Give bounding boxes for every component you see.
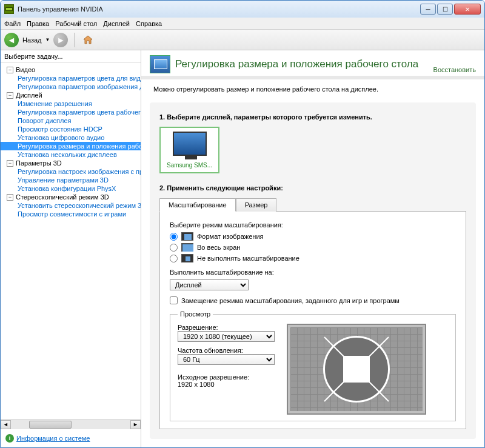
tree-item[interactable]: Поворот дисплея: [1, 116, 141, 125]
fullscreen-icon: [181, 243, 193, 252]
restore-link[interactable]: Восстановить: [433, 66, 476, 73]
tree-item[interactable]: Установка нескольких дисплеев: [1, 150, 141, 159]
noscale-icon: [181, 254, 193, 262]
tab-size[interactable]: Размер: [236, 198, 277, 212]
preview-legend: Просмотр: [178, 310, 213, 318]
back-button[interactable]: ◄: [4, 33, 19, 47]
collapse-icon[interactable]: −: [7, 67, 13, 73]
tree-item[interactable]: Установить стереоскопический режим 3D: [1, 201, 141, 210]
task-tree: −ВидеоРегулировка параметров цвета для в…: [1, 63, 141, 419]
menu-file[interactable]: Файл: [4, 20, 21, 27]
native-res-label: Исходное разрешение:: [178, 373, 275, 381]
monitor-icon: [173, 132, 207, 156]
menu-edit[interactable]: Правка: [27, 20, 49, 27]
scaling-mode-label: Выберите режим масштабирования:: [170, 221, 456, 229]
minimize-button[interactable]: ─: [420, 4, 436, 15]
menu-desktop[interactable]: Рабочий стол: [55, 20, 97, 27]
tree-item[interactable]: Регулировка настроек изображения с просм…: [1, 167, 141, 176]
radio-noscale-input[interactable]: [170, 255, 178, 262]
close-button[interactable]: ✕: [454, 4, 481, 15]
aspect-icon: [181, 232, 193, 241]
tree-item[interactable]: Регулировка параметров изображения для: [1, 82, 141, 91]
tree-group[interactable]: −Видео: [1, 65, 141, 74]
tree-item[interactable]: Регулировка размера и положения рабочего: [1, 142, 141, 150]
native-res-value: 1920 x 1080: [178, 381, 275, 388]
tree-item[interactable]: Управление параметрами 3D: [1, 176, 141, 184]
scroll-right-button[interactable]: ►: [130, 420, 141, 429]
tree-group[interactable]: −Стереоскопический режим 3D: [1, 193, 141, 201]
intro-text: Можно отрегулировать размер и положение …: [141, 79, 484, 99]
radio-aspect-label: Формат изображения: [197, 233, 264, 240]
tree-item[interactable]: Просмотр совместимости с играми: [1, 210, 141, 218]
home-button[interactable]: [81, 33, 95, 47]
sidebar: Выберите задачу... −ВидеоРегулировка пар…: [1, 50, 141, 447]
resolution-label: Разрешение:: [178, 324, 275, 331]
tab-scaling[interactable]: Масштабирование: [159, 198, 236, 212]
radio-aspect-input[interactable]: [170, 233, 178, 241]
collapse-icon[interactable]: −: [7, 160, 13, 167]
radio-fullscreen-label: Во весь экран: [197, 244, 240, 251]
titlebar: Панель управления NVIDIA ─ ☐ ✕: [1, 1, 484, 18]
preview-image: [287, 324, 426, 415]
window-title: Панель управления NVIDIA: [18, 5, 420, 13]
collapse-icon[interactable]: −: [7, 194, 13, 201]
scroll-thumb[interactable]: [29, 421, 72, 429]
maximize-button[interactable]: ☐: [437, 4, 453, 15]
radio-aspect[interactable]: Формат изображения: [170, 232, 456, 241]
page-title: Регулировка размера и положения рабочего…: [175, 58, 429, 70]
radio-fullscreen-input[interactable]: [170, 244, 178, 252]
back-label[interactable]: Назад: [22, 36, 42, 44]
description-label: Описание.: [141, 443, 484, 447]
refresh-select[interactable]: 60 Гц: [178, 354, 275, 365]
main-content: Регулировка размера и положения рабочего…: [141, 50, 484, 447]
menu-display[interactable]: Дисплей: [103, 20, 130, 27]
monitor-label: Samsung SMS...: [167, 162, 212, 169]
override-label: Замещение режима масштабирования, заданн…: [181, 297, 400, 304]
tree-group[interactable]: −Параметры 3D: [1, 159, 141, 167]
tree-item[interactable]: Установка цифрового аудио: [1, 133, 141, 142]
tree-item[interactable]: Установка конфигурации PhysX: [1, 184, 141, 193]
display-selector[interactable]: Samsung SMS...: [159, 127, 219, 173]
radio-noscale-label: Не выполнять масштабирование: [197, 255, 299, 262]
perform-on-label: Выполнить масштабирование на:: [170, 269, 456, 276]
collapse-icon[interactable]: −: [7, 92, 13, 99]
perform-on-select[interactable]: Дисплей: [170, 279, 249, 290]
page-icon: [150, 55, 170, 73]
step2-header: 2. Применить следующие настройки:: [159, 184, 466, 192]
tree-group-label: Параметры 3D: [16, 159, 62, 167]
refresh-label: Частота обновления:: [178, 347, 275, 354]
resolution-select[interactable]: 1920 х 1080 (текущее): [178, 331, 275, 342]
menu-help[interactable]: Справка: [136, 20, 162, 27]
preview-group: Просмотр Разрешение: 1920 х 1080 (текуще…: [170, 310, 456, 421]
system-info-link[interactable]: Информация о системе: [16, 435, 90, 442]
step1-header: 1. Выберите дисплей, параметры которого …: [159, 113, 466, 121]
tree-item[interactable]: Просмотр состояния HDCP: [1, 125, 141, 133]
tree-group-label: Видео: [16, 66, 35, 73]
toolbar: ◄ Назад ▼ ►: [1, 30, 484, 50]
forward-button[interactable]: ►: [53, 33, 68, 47]
back-dropdown-icon[interactable]: ▼: [45, 37, 50, 42]
sidebar-header: Выберите задачу...: [1, 50, 141, 63]
tree-item[interactable]: Изменение разрешения: [1, 99, 141, 108]
app-icon: [4, 4, 14, 14]
override-checkbox-row[interactable]: Замещение режима масштабирования, заданн…: [170, 296, 456, 304]
override-checkbox[interactable]: [170, 296, 178, 304]
tree-group-label: Дисплей: [16, 92, 42, 99]
sidebar-h-scrollbar[interactable]: ◄ ►: [1, 419, 141, 429]
tree-group-label: Стереоскопический режим 3D: [16, 193, 109, 201]
tab-content: Выберите режим масштабирования: Формат и…: [159, 211, 466, 429]
info-icon: i: [5, 434, 14, 443]
tree-group[interactable]: −Дисплей: [1, 91, 141, 99]
tree-item[interactable]: Регулировка параметров цвета рабочего: [1, 108, 141, 116]
radio-fullscreen[interactable]: Во весь экран: [170, 243, 456, 252]
radio-noscale[interactable]: Не выполнять масштабирование: [170, 254, 456, 262]
tree-item[interactable]: Регулировка параметров цвета для видео: [1, 74, 141, 82]
scroll-track[interactable]: [11, 420, 130, 429]
menu-bar: Файл Правка Рабочий стол Дисплей Справка: [1, 18, 484, 30]
separator: [74, 33, 75, 47]
scroll-left-button[interactable]: ◄: [1, 420, 11, 429]
